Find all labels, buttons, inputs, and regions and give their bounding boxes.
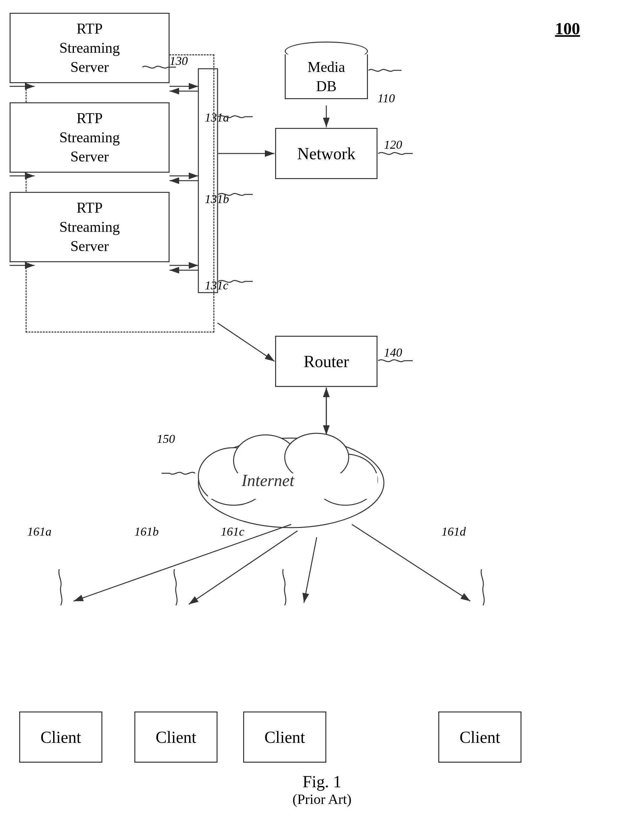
- ref-110: 110: [377, 91, 395, 105]
- ref-161c: 161c: [221, 524, 245, 539]
- network-box: Network: [275, 128, 377, 179]
- ref-131a: 131a: [205, 110, 229, 124]
- diagram: 100 Media DB 110 130 RTPStreamingServer …: [0, 0, 644, 833]
- ref-150: 150: [157, 432, 175, 446]
- ref-140: 140: [384, 345, 402, 359]
- rtp-server-3-label: RTPStreamingServer: [59, 198, 120, 256]
- svg-line-31: [304, 537, 317, 603]
- svg-point-23: [314, 454, 377, 505]
- ref-131b: 131b: [205, 192, 229, 206]
- rtp-server-2: RTPStreamingServer: [10, 102, 169, 173]
- caption: Fig. 1 (Prior Art): [292, 772, 352, 807]
- svg-point-22: [198, 448, 269, 505]
- client-4-label: Client: [459, 728, 500, 747]
- media-db-label: Media DB: [285, 58, 368, 96]
- media-db: Media DB: [285, 42, 368, 106]
- svg-line-30: [189, 531, 298, 605]
- ref-161a: 161a: [27, 524, 52, 539]
- svg-point-25: [285, 433, 349, 481]
- rtp-server-2-label: RTPStreamingServer: [59, 109, 120, 166]
- caption-sub: (Prior Art): [292, 791, 352, 807]
- client-2: Client: [134, 711, 217, 763]
- client-3-label: Client: [264, 728, 305, 747]
- figure-number: 100: [555, 19, 580, 38]
- svg-point-24: [233, 435, 298, 486]
- client-1: Client: [19, 711, 102, 763]
- svg-line-29: [74, 524, 291, 601]
- rtp-server-1: RTPStreamingServer: [10, 13, 169, 83]
- ref-161d: 161d: [441, 524, 466, 539]
- ref-161b: 161b: [134, 524, 159, 539]
- network-label: Network: [297, 144, 356, 163]
- rtp-server-1-label: RTPStreamingServer: [59, 19, 120, 76]
- rtp-server-3: RTPStreamingServer: [10, 192, 169, 262]
- router-label: Router: [304, 352, 349, 371]
- ref-120: 120: [384, 138, 402, 151]
- client-3: Client: [243, 711, 326, 763]
- ref-130: 130: [169, 54, 188, 68]
- caption-fig: Fig. 1: [292, 772, 352, 791]
- svg-rect-26: [208, 473, 377, 499]
- client-4: Client: [438, 711, 522, 763]
- ref-131c: 131c: [205, 278, 229, 292]
- svg-text:Internet: Internet: [241, 471, 295, 490]
- svg-point-21: [198, 438, 384, 527]
- svg-line-17: [217, 323, 274, 361]
- router-box: Router: [275, 336, 377, 387]
- client-2-label: Client: [156, 728, 196, 747]
- client-1-label: Client: [40, 728, 81, 747]
